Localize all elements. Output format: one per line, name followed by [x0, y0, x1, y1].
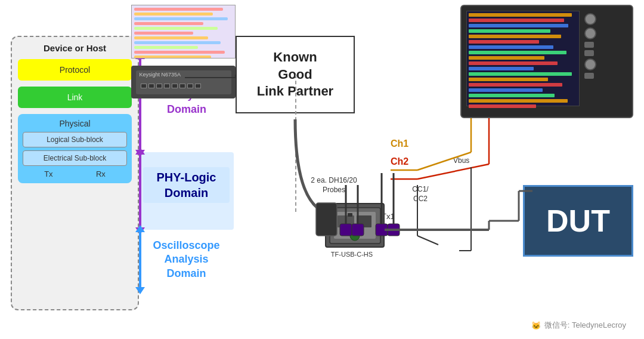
nd-port-5 [172, 84, 178, 88]
device-host-title: Device or Host [18, 43, 132, 53]
network-device-inner: Keysight N6735A [136, 70, 231, 94]
tx-label: Tx [44, 170, 52, 178]
nd-port-3 [156, 84, 162, 88]
link-box: Link [18, 87, 132, 108]
dut-box: DUT [523, 185, 633, 257]
phy-arrow [139, 152, 141, 230]
osc-btn-2 [584, 50, 594, 56]
watermark-text: 微信号: TeledyneLecroy [544, 320, 626, 331]
nd-port-7 [187, 84, 193, 88]
svg-rect-5 [348, 213, 352, 217]
cc-label: CC1/CC2 [405, 185, 435, 204]
rx-label: Rx [96, 170, 106, 178]
dut-label: DUT [546, 203, 610, 239]
known-good-dashed-line [295, 75, 296, 212]
physical-title: Physical [23, 119, 127, 128]
nd-port-2 [148, 84, 154, 88]
osc-knob-3 [584, 58, 596, 70]
electrical-sub-block: Electrical Sub-block [23, 150, 127, 166]
nd-port-6 [179, 84, 185, 88]
protocol-box: Protocol [18, 59, 132, 81]
watermark: 🐱 微信号: TeledyneLecroy [531, 320, 626, 331]
probes-label: 2 ea. DH16/20Probes [310, 176, 358, 195]
osc-knob-1 [584, 13, 596, 25]
nd-port-1 [141, 84, 147, 88]
network-device: Keysight N6735A [131, 66, 236, 98]
oscilloscope-device [460, 5, 633, 118]
nd-port-8 [195, 84, 201, 88]
osc-screen [466, 11, 580, 106]
screenshot-thumbnail [131, 5, 236, 58]
usbc-fixture-svg [327, 205, 383, 246]
ch2-label: Ch2 [391, 156, 408, 167]
phy-logic-domain-label: PHY-LogicDomain [143, 167, 230, 203]
svg-rect-21 [388, 224, 400, 236]
osc-knob-2 [584, 27, 596, 39]
osc-controls [582, 11, 630, 106]
nd-port-4 [164, 84, 170, 88]
usbc-label: TF-USB-C-HS [316, 251, 388, 258]
ch1-label: Ch1 [391, 138, 408, 149]
svg-rect-2 [338, 215, 354, 227]
main-container: Device or Host Protocol Link Physical Lo… [0, 0, 644, 339]
nd-label: Keysight N6735A [140, 72, 181, 78]
logical-sub-block: Logical Sub-block [23, 132, 127, 147]
usbc-fixture [325, 203, 385, 248]
nd-ports [141, 84, 201, 88]
svg-point-4 [350, 231, 360, 241]
device-host-panel: Device or Host Protocol Link Physical Lo… [11, 36, 139, 310]
watermark-icon: 🐱 [531, 321, 541, 330]
svg-line-12 [417, 164, 489, 179]
physical-outer: Physical Logical Sub-block Electrical Su… [18, 114, 132, 183]
svg-line-23 [417, 236, 438, 245]
tx-rx-row: Tx Rx [23, 170, 127, 178]
screenshot-lines [132, 5, 235, 58]
osc-btn-1 [584, 42, 594, 48]
svg-rect-3 [357, 215, 371, 227]
osc-screen-lines [467, 11, 579, 112]
oscilloscope-domain-label: OscilloscopeAnalysisDomain [143, 239, 230, 281]
osc-arrow [139, 230, 141, 289]
osc-btn-3 [584, 73, 594, 79]
vbus-label: Vbus [453, 156, 469, 165]
